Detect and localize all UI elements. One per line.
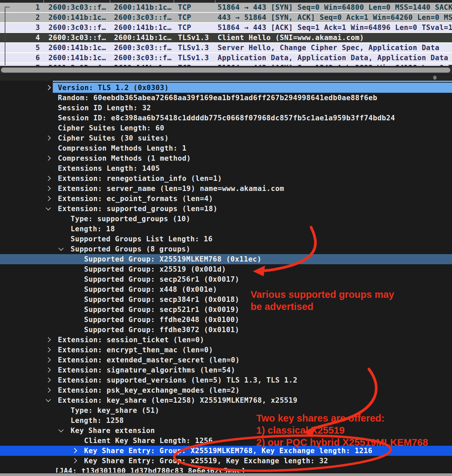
chevron-right-icon[interactable]	[46, 196, 51, 201]
detail-row[interactable]: Extension: signature_algorithms (len=54)	[0, 365, 452, 375]
packet-cell-info: Client Hello (SNI=www.akamai.com)	[215, 33, 452, 42]
column-separator[interactable]	[174, 0, 174, 2]
chevron-down-icon[interactable]	[46, 205, 51, 211]
packet-cell-dst: 2600:3c03::f…	[110, 53, 174, 63]
pane-splitter[interactable]	[0, 74, 452, 81]
horizontal-scrollbar-thumb[interactable]	[1, 68, 450, 73]
packet-row-4[interactable]: 42600:3c03::f…2600:141b:1c…TLSv1.3Client…	[0, 33, 452, 43]
column-separator[interactable]	[43, 0, 44, 2]
packet-list-pane: 12600:3c03::f…2600:141b:1c…TCP51864 → 44…	[0, 0, 452, 66]
detail-row[interactable]: Key Share Entry: Group: x25519, Key Exch…	[0, 456, 452, 466]
detail-row[interactable]: Session ID: e8c398aa6b75418c1ddddb775c06…	[0, 113, 452, 123]
packet-row-6[interactable]: 62600:141b:1c…2600:3c03::f…TLSv1.3Applic…	[0, 53, 452, 63]
chevron-down-icon[interactable]	[46, 397, 51, 402]
detail-row[interactable]: Extension: extended_master_secret (len=0…	[0, 355, 452, 365]
detail-row-label: Extension: encrypt_then_mac (len=0)	[58, 345, 213, 355]
packet-cell-dst: 2600:141b:1c…	[110, 33, 174, 42]
packet-cell-proto: TLSv1.3	[174, 53, 215, 63]
vertical-scrollbar-thumb[interactable]	[433, 76, 437, 80]
detail-row[interactable]: Supported Group: ffdhe3072 (0x0101)	[0, 325, 452, 335]
detail-row[interactable]: Extensions Length: 1405	[0, 163, 452, 173]
detail-row[interactable]: Supported Group: ffdhe2048 (0x0100)	[0, 315, 452, 325]
status-bar	[0, 473, 452, 476]
detail-row-label: Supported Group: ffdhe3072 (0x0101)	[84, 325, 239, 335]
chevron-right-icon[interactable]	[46, 337, 51, 343]
detail-row-label: Type: key_share (51)	[71, 405, 159, 415]
wireshark-window: 12600:3c03::f…2600:141b:1c…TCP51864 → 44…	[0, 0, 452, 476]
detail-row[interactable]: Compression Methods (1 method)	[0, 153, 452, 163]
detail-row[interactable]: Supported Group: x25519 (0x001d)	[0, 264, 452, 274]
annotation-line: be advertised	[251, 301, 313, 312]
detail-row[interactable]: Supported Groups List Length: 16	[0, 234, 452, 244]
annotation-line: Various supported groups may	[251, 289, 394, 300]
packet-cell-no: 7	[0, 63, 43, 66]
detail-row[interactable]: Extension: supported_groups (len=18)	[0, 204, 452, 214]
chevron-right-icon[interactable]	[72, 458, 77, 464]
detail-row[interactable]: Extension: key_share (len=1258) X25519ML…	[0, 395, 452, 405]
packet-list-column-header[interactable]	[0, 0, 452, 3]
detail-row[interactable]: Cipher Suites Length: 60	[0, 123, 452, 133]
packet-cell-src: 2600:3c03::f…	[43, 3, 110, 12]
detail-row-label: Key Share extension	[71, 426, 155, 436]
packet-cell-proto: TLSv1.3	[174, 43, 215, 52]
packet-cell-no: 6	[0, 53, 43, 63]
detail-row-label: Extension: renegotiation_info (len=1)	[58, 173, 222, 184]
annotation-key-shares: Two key shares are offered: 1) classical…	[256, 412, 428, 448]
chevron-right-icon[interactable]	[46, 388, 51, 393]
chevron-right-icon[interactable]	[46, 186, 51, 191]
detail-row[interactable]: Extension: server_name (len=19) name=www…	[0, 184, 452, 194]
chevron-right-icon[interactable]	[46, 156, 51, 161]
annotation-line: 1) classical X25519	[256, 425, 345, 436]
horizontal-scrollbar-track[interactable]	[0, 66, 452, 74]
chevron-right-icon[interactable]	[46, 347, 51, 353]
detail-row-label: Extension: psk_key_exchange_modes (len=2…	[58, 385, 240, 395]
detail-row[interactable]: Supported Group: X25519MLKEM768 (0x11ec)	[0, 254, 452, 264]
detail-row-label: Cipher Suites Length: 60	[58, 123, 164, 133]
packet-cell-src: 2600:3c03::f…	[43, 33, 110, 42]
detail-row[interactable]: [JA4: t13d301100_1d37bd780c83_8e6e362c5e…	[0, 466, 452, 473]
packet-cell-src: 2600:141b:1c…	[43, 13, 110, 22]
detail-row[interactable]: Supported Group: secp256r1 (0x0017)	[0, 274, 452, 284]
packet-cell-info: 51864 → 443 [ACK] Seq=1543 Ack=2893 Win=…	[215, 63, 452, 66]
detail-row[interactable]: Extension: supported_versions (len=5) TL…	[0, 375, 452, 385]
packet-row-5[interactable]: 52600:141b:1c…2600:3c03::f…TLSv1.3Server…	[0, 43, 452, 53]
detail-row[interactable]: Session ID Length: 32	[0, 103, 452, 113]
detail-row[interactable]: Version: TLS 1.2 (0x0303)	[0, 83, 452, 93]
packet-row-7[interactable]: 72600:3c03::f…2600:141b:1c…TCP51864 → 44…	[0, 63, 452, 66]
detail-row[interactable]: Extension: ec_point_formats (len=4)	[0, 194, 452, 204]
chevron-down-icon[interactable]	[59, 427, 64, 433]
detail-row[interactable]: Extension: session_ticket (len=0)	[0, 335, 452, 345]
detail-row[interactable]: Type: supported_groups (10)	[0, 214, 452, 224]
packet-row-3[interactable]: 32600:3c03::f…2600:141b:1c…TCP51864 → 44…	[0, 23, 452, 33]
detail-row[interactable]: Extension: psk_key_exchange_modes (len=2…	[0, 385, 452, 395]
detail-row[interactable]: Extension: renegotiation_info (len=1)	[0, 173, 452, 184]
chevron-right-icon[interactable]	[46, 378, 51, 383]
chevron-right-icon[interactable]	[46, 367, 51, 373]
detail-row[interactable]: Extension: encrypt_then_mac (len=0)	[0, 345, 452, 355]
chevron-right-icon[interactable]	[46, 357, 51, 363]
chevron-right-icon[interactable]	[46, 135, 51, 141]
detail-row[interactable]: Cipher Suites (30 suites)	[0, 133, 452, 143]
column-separator[interactable]	[215, 0, 216, 2]
detail-row-label: Extension: extended_master_secret (len=0…	[58, 355, 240, 365]
chevron-down-icon[interactable]	[59, 246, 64, 251]
detail-row-label: Version: TLS 1.2 (0x0303)	[58, 83, 169, 93]
packet-row-2[interactable]: 22600:141b:1c…2600:3c03::f…TCP443 → 5186…	[0, 13, 452, 23]
clipped-selected-row-sliver	[53, 81, 452, 82]
chevron-right-icon[interactable]	[46, 176, 51, 181]
detail-row-label: Supported Group: X25519MLKEM768 (0x11ec)	[84, 254, 262, 264]
packet-cell-dst: 2600:3c03::f…	[110, 43, 174, 52]
detail-row-label: Key Share Entry: Group: x25519, Key Exch…	[84, 456, 328, 466]
chevron-right-icon[interactable]	[46, 85, 51, 90]
packet-cell-dst: 2600:141b:1c…	[110, 23, 174, 32]
packet-cell-dst: 2600:141b:1c…	[110, 63, 174, 66]
detail-row[interactable]: Compression Methods Length: 1	[0, 143, 452, 153]
detail-row[interactable]: Random: 60eebdb365abea72668aa39f169ea1bf…	[0, 93, 452, 103]
detail-row[interactable]: Length: 18	[0, 224, 452, 234]
column-separator[interactable]	[110, 0, 110, 2]
packet-cell-info: 443 → 51864 [SYN, ACK] Seq=0 Ack=1 Win=6…	[215, 13, 452, 22]
annotation-line: 2) our PQC hybrid X25519MLKEM768	[256, 437, 428, 448]
detail-row-label: Session ID: e8c398aa6b75418c1ddddb775c06…	[58, 113, 395, 123]
detail-row[interactable]: Supported Groups (8 groups)	[0, 244, 452, 254]
packet-row-1[interactable]: 12600:3c03::f…2600:141b:1c…TCP51864 → 44…	[0, 3, 452, 13]
